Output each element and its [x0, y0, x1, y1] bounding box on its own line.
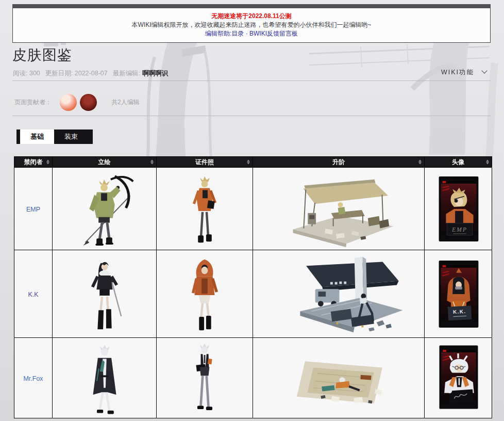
- edit-help-prefix: 编辑帮助:: [205, 30, 231, 37]
- read-count: 阅读: 300: [13, 70, 40, 77]
- kk-idphoto-image[interactable]: [157, 252, 253, 336]
- mrfox-idphoto-image[interactable]: [157, 339, 253, 417]
- character-link-emp[interactable]: EMP: [26, 206, 40, 213]
- emp-upgrade-image[interactable]: [255, 169, 423, 249]
- announcement-text: 无期迷途将于2022.08.11公测: [13, 12, 490, 21]
- emp-fullart-image[interactable]: [54, 169, 156, 249]
- emp-avatar-card-text: EMP: [451, 226, 467, 233]
- kk-avatar-card-text: K.K.: [452, 308, 466, 314]
- contributors-label: 页面贡献者：: [14, 98, 52, 107]
- skin-table: 禁闭者 立绘 证件照 升阶 头像 EMP: [14, 156, 492, 418]
- page-meta: 阅读: 300更新日期: 2022-08-07最新编辑:啊啊啊识: [13, 69, 168, 78]
- kk-fullart-image[interactable]: [54, 252, 156, 336]
- notice-topbar: [12, 4, 491, 8]
- character-link-mrfox[interactable]: Mr.Fox: [23, 375, 43, 382]
- mrfox-fullart-image[interactable]: [54, 339, 156, 417]
- contributors-row: 页面贡献者： 共2人编辑: [14, 92, 140, 112]
- table-row-kk: K.K: [14, 250, 492, 338]
- header-cell-upgrade[interactable]: 升阶: [253, 157, 425, 168]
- table-row-mrfox: Mr.Fox: [14, 338, 492, 418]
- mrfox-upgrade-image[interactable]: [255, 339, 423, 417]
- divider: [12, 80, 491, 81]
- kk-avatar-image[interactable]: K.K.: [426, 252, 491, 336]
- chevron-down-icon: [481, 68, 487, 73]
- wiki-page: 无期迷途将于2022.08.11公测 本WIKI编辑权限开放，欢迎收藏起来防止迷…: [0, 0, 504, 421]
- page-title: 皮肤图鉴: [12, 45, 72, 65]
- table-header-row: 禁闭者 立绘 证件照 升阶 头像: [14, 157, 492, 168]
- emp-idphoto-image[interactable]: [157, 169, 253, 249]
- tab-outfit[interactable]: 装束: [54, 129, 88, 144]
- header-cell-character[interactable]: 禁闭者: [14, 157, 53, 168]
- header-cell-idphoto[interactable]: 证件照: [157, 157, 253, 168]
- header-cell-avatar[interactable]: 头像: [425, 157, 492, 168]
- divider: [12, 116, 491, 116]
- header-label: 禁闭者: [24, 158, 43, 167]
- wiki-functions-label: WIKI功能: [441, 69, 474, 76]
- sort-icon: [46, 160, 49, 165]
- welcome-text: 本WIKI编辑权限开放，欢迎收藏起来防止迷路，也希望有爱的小伙伴和我们一起编辑哟…: [13, 21, 490, 29]
- catalog-link[interactable]: 目录: [231, 30, 244, 37]
- header-label: 升阶: [332, 158, 345, 167]
- header-cell-fullart[interactable]: 立绘: [53, 157, 157, 168]
- header-label: 立绘: [98, 158, 111, 167]
- update-date: 更新日期: 2022-08-07: [45, 70, 108, 77]
- wiki-functions-menu[interactable]: WIKI功能: [441, 68, 486, 77]
- notice-body: 无期迷途将于2022.08.11公测 本WIKI编辑权限开放，欢迎收藏起来防止迷…: [12, 8, 491, 43]
- header-label: 头像: [452, 158, 464, 167]
- tab-basic[interactable]: 基础: [20, 129, 54, 144]
- feedback-board-link[interactable]: BWIKI反馈留言板: [249, 30, 298, 37]
- character-link-kk[interactable]: K.K: [28, 291, 38, 298]
- sort-icon: [418, 160, 422, 165]
- editor-name: 啊啊啊识: [142, 70, 168, 77]
- sort-icon: [486, 160, 489, 165]
- contributor-avatar-1[interactable]: [60, 94, 77, 111]
- contributor-avatar-2[interactable]: [80, 94, 97, 111]
- header-label: 证件照: [195, 158, 214, 167]
- sort-icon: [247, 160, 250, 165]
- kk-upgrade-image[interactable]: [255, 252, 423, 336]
- help-separator: ·: [244, 30, 249, 37]
- table-row-emp: EMP: [14, 168, 492, 250]
- tab-bar: 基础 装束: [16, 129, 93, 144]
- emp-avatar-image[interactable]: EMP: [426, 169, 491, 249]
- contributors-count: 共2人编辑: [111, 98, 140, 107]
- edit-help-line: 编辑帮助:目录 · BWIKI反馈留言板: [13, 29, 490, 38]
- mrfox-avatar-image[interactable]: [426, 339, 491, 417]
- editor-label: 最新编辑:: [113, 70, 140, 77]
- notice-box: 无期迷途将于2022.08.11公测 本WIKI编辑权限开放，欢迎收藏起来防止迷…: [12, 4, 491, 43]
- sort-icon: [150, 160, 154, 165]
